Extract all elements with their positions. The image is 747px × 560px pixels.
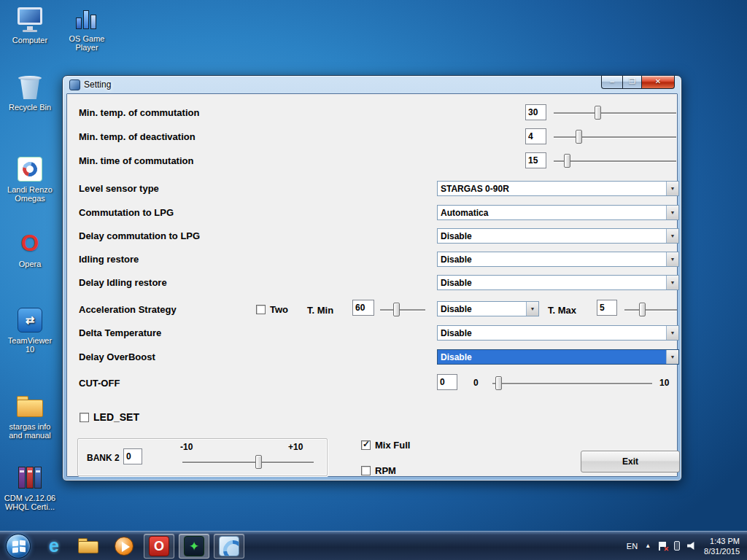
tmin-value[interactable] — [352, 300, 374, 316]
tmin-label: T. Min — [307, 305, 333, 316]
dropdown-value: Disable — [438, 254, 666, 265]
slider-thumb[interactable] — [639, 303, 646, 316]
row-min-temp-deactivation: Min. temp. of deactivation — [67, 128, 677, 146]
language-indicator[interactable]: EN — [627, 542, 638, 551]
clock-date: 8/31/2015 — [704, 546, 740, 556]
taskbar-paint-app[interactable] — [214, 534, 244, 559]
maximize-button[interactable]: ❐ — [622, 76, 642, 89]
acceleration-strategy-dropdown[interactable]: Disable ▼ — [437, 301, 539, 316]
bank2-group: BANK 2 -10 +10 — [77, 438, 328, 476]
desktop-icon-label: OS Game Player — [60, 34, 114, 52]
chevron-down-icon[interactable]: ▼ — [666, 350, 678, 364]
checkbox-box[interactable] — [361, 466, 371, 475]
min-time-commutation-slider[interactable] — [554, 160, 676, 162]
slider-thumb[interactable] — [495, 376, 502, 390]
led-set-checkbox[interactable]: LED_SET — [80, 411, 139, 423]
chevron-down-icon[interactable]: ▼ — [526, 302, 538, 316]
checkbox-box[interactable] — [361, 440, 371, 450]
titlebar[interactable]: Setting – ❐ ✕ — [66, 76, 678, 93]
row-label: Delay Idling restore — [79, 277, 167, 288]
level-sensor-type-dropdown[interactable]: STARGAS 0-90R ▼ — [437, 181, 679, 196]
taskbar-internet-explorer[interactable]: e — [39, 534, 69, 559]
min-temp-commutation-slider[interactable] — [554, 112, 676, 114]
desktop-icon-label: CDM v2.12.06 WHQL Certi... — [3, 494, 57, 511]
checkbox-box[interactable] — [256, 305, 266, 314]
internet-explorer-icon: e — [49, 535, 59, 556]
start-button[interactable] — [6, 534, 31, 559]
slider-thumb[interactable] — [595, 106, 601, 120]
tmax-value[interactable] — [597, 300, 617, 316]
checkbox-label: Two — [270, 304, 288, 315]
chevron-down-icon[interactable]: ▼ — [666, 252, 678, 266]
chevron-down-icon[interactable]: ▼ — [666, 229, 678, 243]
desktop-icon-os-game-player[interactable]: OS Game Player — [60, 4, 114, 52]
taskbar-stargas-app[interactable]: ✦ — [179, 534, 209, 559]
minimize-button[interactable]: – — [601, 76, 622, 89]
row-label: Acceleration Strategy — [79, 304, 177, 315]
tmin-slider[interactable] — [380, 309, 425, 311]
min-temp-commutation-value[interactable] — [525, 104, 546, 120]
two-checkbox[interactable]: Two — [256, 304, 288, 315]
row-idling-restore: Idling restore Disable ▼ — [67, 252, 677, 269]
commutation-to-lpg-dropdown[interactable]: Automatica ▼ — [437, 205, 679, 220]
cut-off-slider[interactable] — [492, 383, 652, 384]
checkbox-box[interactable] — [80, 413, 89, 422]
close-button[interactable]: ✕ — [642, 76, 675, 89]
tmax-slider[interactable] — [624, 309, 677, 311]
show-hidden-icons-icon[interactable]: ▲ — [645, 542, 651, 549]
cut-off-min-label: 0 — [473, 378, 479, 388]
system-tray: EN ▲ ✕ 1:43 PM 8/31/2015 — [627, 536, 747, 556]
tmax-label: T. Max — [548, 305, 576, 316]
row-label: CUT-OFF — [79, 378, 120, 389]
slider-thumb[interactable] — [564, 154, 570, 168]
slider-thumb[interactable] — [255, 455, 262, 469]
min-temp-deactivation-value[interactable] — [525, 128, 546, 144]
device-icon[interactable] — [674, 541, 680, 551]
stargas-app-icon: ✦ — [184, 536, 204, 556]
slider-thumb[interactable] — [576, 130, 582, 144]
desktop-icon-landi-renzo-omegas[interactable]: Landi Renzo Omegas — [3, 155, 57, 203]
min-temp-deactivation-slider[interactable] — [554, 136, 676, 138]
taskbar-media-player[interactable] — [109, 534, 139, 559]
bank2-slider[interactable] — [182, 462, 314, 463]
taskbar-opera[interactable]: O — [144, 534, 174, 559]
cut-off-value[interactable] — [437, 374, 457, 390]
row-label: Idling restore — [79, 254, 139, 265]
clock[interactable]: 1:43 PM 8/31/2015 — [704, 536, 740, 556]
mix-full-checkbox[interactable]: Mix Full — [361, 440, 410, 451]
chevron-down-icon[interactable]: ▼ — [666, 276, 678, 289]
bank2-value[interactable] — [123, 448, 142, 464]
idling-restore-dropdown[interactable]: Disable ▼ — [437, 252, 679, 267]
desktop-icon-recycle-bin[interactable]: Recycle Bin — [3, 73, 57, 112]
folder-icon — [15, 392, 44, 420]
slider-thumb[interactable] — [393, 303, 400, 316]
bank2-min-label: -10 — [180, 442, 193, 452]
delay-commutation-to-lpg-dropdown[interactable]: Disable ▼ — [437, 228, 679, 244]
exit-button[interactable]: Exit — [581, 451, 680, 472]
chevron-down-icon[interactable]: ▼ — [666, 206, 678, 219]
chevron-down-icon[interactable]: ▼ — [666, 326, 678, 340]
volume-icon[interactable] — [687, 542, 697, 550]
chevron-down-icon[interactable]: ▼ — [666, 182, 678, 195]
clock-time: 1:43 PM — [704, 536, 740, 546]
row-label: Commutation to LPG — [79, 207, 174, 218]
taskbar-explorer[interactable] — [74, 534, 104, 559]
desktop-icon-stargas-folder[interactable]: stargas info and manual — [3, 392, 57, 440]
desktop-icon-opera[interactable]: O Opera — [3, 230, 57, 268]
rpm-checkbox[interactable]: RPM — [361, 465, 396, 476]
bank2-max-label: +10 — [288, 442, 303, 452]
delta-temperature-dropdown[interactable]: Disable ▼ — [437, 325, 679, 341]
row-acceleration-strategy: Acceleration Strategy Two T. Min Disable… — [67, 301, 677, 319]
dropdown-value: STARGAS 0-90R — [438, 184, 666, 194]
action-center-icon[interactable]: ✕ — [658, 542, 667, 551]
books-icon — [15, 464, 44, 491]
delay-idling-restore-dropdown[interactable]: Disable ▼ — [437, 275, 679, 290]
desktop-icon-computer[interactable]: Computer — [3, 6, 57, 44]
min-time-commutation-value[interactable] — [525, 152, 546, 168]
desktop-icon-cdm-driver[interactable]: CDM v2.12.06 WHQL Certi... — [3, 464, 57, 511]
checkbox-label: LED_SET — [93, 411, 139, 423]
row-label: Delay commutation to LPG — [79, 230, 200, 241]
delay-overboost-dropdown[interactable]: Disable ▼ — [437, 349, 679, 365]
desktop-icon-teamviewer[interactable]: ⇄ TeamViewer 10 — [3, 306, 57, 354]
window-title: Setting — [84, 79, 111, 90]
